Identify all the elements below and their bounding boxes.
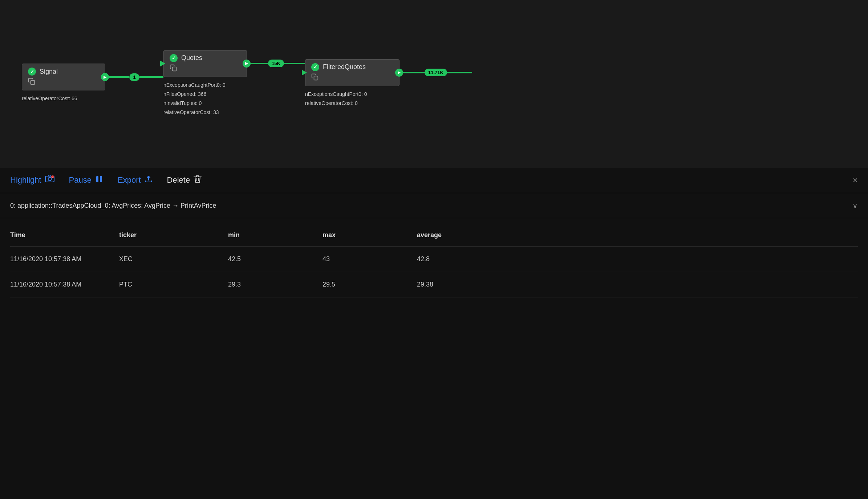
td-min-0: 42.5 [228, 255, 323, 263]
signal-copy-icon [28, 78, 99, 86]
signal-line-after [139, 76, 163, 78]
filteredquotes-stat-1: relativeOperatorCost: 0 [305, 99, 367, 108]
filteredquotes-status-icon: ✓ [311, 63, 319, 71]
quotes-stat-2: nInvalidTuples: 0 [163, 99, 225, 108]
signal-play-btn[interactable]: ▶ [101, 73, 109, 81]
signal-stat-0: relativeOperatorCost: 66 [22, 94, 77, 103]
signal-node-title: Signal [40, 68, 58, 76]
filteredquotes-stats: nExceptionsCaughtPort0: 0 relativeOperat… [305, 90, 367, 108]
quotes-connector: 15K [247, 60, 305, 67]
export-label: Export [118, 175, 141, 185]
quotes-badge: 15K [268, 60, 284, 67]
delete-icon [194, 175, 202, 186]
table-area: Time ticker min max average 11/16/2020 1… [0, 224, 868, 297]
svg-rect-2 [314, 76, 318, 80]
quotes-stat-0: nExceptionsCaughtPort0: 0 [163, 81, 225, 90]
flow-path-text: 0: application::TradesAppCloud_0: AvgPri… [10, 202, 216, 210]
quotes-node-group: ✓ Quotes ▶ 15K [163, 50, 305, 117]
quotes-node-title: Quotes [181, 54, 202, 62]
delete-button[interactable]: Delete [167, 175, 202, 186]
pause-label: Pause [69, 175, 92, 185]
quotes-left-arrow [160, 61, 165, 66]
table-row: 11/16/2020 10:57:38 AM PTC 29.3 29.5 29.… [10, 272, 858, 297]
quotes-stat-3: relativeOperatorCost: 33 [163, 108, 225, 117]
th-time: Time [10, 231, 119, 239]
highlight-label: Highlight [10, 175, 41, 185]
filteredquotes-badge: 11.71K [425, 69, 447, 76]
filteredquotes-play-btn[interactable]: ▶ [395, 69, 403, 77]
svg-text:!: ! [52, 177, 53, 179]
td-average-0: 42.8 [417, 255, 511, 263]
th-min: min [228, 231, 323, 239]
signal-status-icon: ✓ [28, 68, 36, 76]
flow-path-chevron[interactable]: ∨ [852, 201, 858, 210]
toolbar: Highlight ! Pause [0, 167, 868, 193]
pipeline-area: ✓ Signal ▶ 1 [0, 0, 868, 167]
filteredquotes-left-arrow [302, 70, 307, 76]
quotes-copy-icon [170, 64, 241, 73]
filteredquotes-copy-icon [311, 73, 393, 82]
svg-rect-7 [96, 176, 98, 182]
td-average-1: 29.38 [417, 281, 511, 288]
signal-pipeline-row: ✓ Signal ▶ 1 [22, 64, 163, 90]
td-ticker-0: XEC [119, 255, 228, 263]
highlight-icon: ! [45, 175, 54, 185]
td-min-1: 29.3 [228, 281, 323, 288]
svg-rect-1 [173, 67, 177, 71]
filteredquotes-line-after [447, 72, 472, 73]
pause-button[interactable]: Pause [69, 175, 103, 185]
flow-path-row: 0: application::TradesAppCloud_0: AvgPri… [0, 193, 868, 218]
signal-stats: relativeOperatorCost: 66 [22, 94, 77, 103]
quotes-play-btn[interactable]: ▶ [243, 60, 251, 68]
filteredquotes-node-group: ✓ FilteredQuotes ▶ 11.71K [305, 59, 472, 108]
td-ticker-1: PTC [119, 281, 228, 288]
svg-rect-0 [31, 81, 35, 85]
signal-node[interactable]: ✓ Signal ▶ [22, 64, 105, 90]
filteredquotes-node-title: FilteredQuotes [323, 63, 366, 71]
td-max-1: 29.5 [323, 281, 417, 288]
td-time-1: 11/16/2020 10:57:38 AM [10, 281, 119, 288]
svg-point-4 [48, 178, 51, 181]
quotes-stats: nExceptionsCaughtPort0: 0 nFilesOpened: … [163, 81, 225, 117]
highlight-button[interactable]: Highlight ! [10, 175, 54, 185]
svg-rect-8 [100, 176, 102, 182]
signal-node-header: ✓ Signal [28, 68, 99, 76]
table-row: 11/16/2020 10:57:38 AM XEC 42.5 43 42.8 [10, 247, 858, 272]
pause-icon [95, 175, 103, 185]
delete-label: Delete [167, 175, 190, 185]
export-button[interactable]: Export [118, 175, 153, 185]
pipeline-flow: ✓ Signal ▶ 1 [22, 50, 472, 117]
filteredquotes-line-before [399, 72, 425, 73]
quotes-line-after [284, 63, 305, 64]
td-time-0: 11/16/2020 10:57:38 AM [10, 255, 119, 263]
th-ticker: ticker [119, 231, 228, 239]
td-max-0: 43 [323, 255, 417, 263]
filteredquotes-pipeline-row: ✓ FilteredQuotes ▶ 11.71K [305, 59, 472, 86]
th-average: average [417, 231, 511, 239]
quotes-node[interactable]: ✓ Quotes ▶ [163, 50, 247, 77]
quotes-stat-1: nFilesOpened: 366 [163, 90, 225, 99]
signal-connector: 1 [105, 73, 163, 81]
th-max: max [323, 231, 417, 239]
signal-badge: 1 [129, 73, 139, 81]
table-header: Time ticker min max average [10, 224, 858, 247]
filteredquotes-node[interactable]: ✓ FilteredQuotes ▶ [305, 59, 399, 86]
quotes-node-header: ✓ Quotes [170, 54, 241, 62]
quotes-status-icon: ✓ [170, 54, 178, 62]
filteredquotes-node-header: ✓ FilteredQuotes [311, 63, 393, 71]
quotes-pipeline-row: ✓ Quotes ▶ 15K [163, 50, 305, 77]
close-button[interactable]: × [853, 175, 858, 185]
export-icon [145, 175, 153, 185]
signal-node-group: ✓ Signal ▶ 1 [22, 64, 163, 103]
filteredquotes-connector: 11.71K [399, 69, 472, 76]
filteredquotes-stat-0: nExceptionsCaughtPort0: 0 [305, 90, 367, 99]
bottom-panel: Highlight ! Pause [0, 167, 868, 499]
